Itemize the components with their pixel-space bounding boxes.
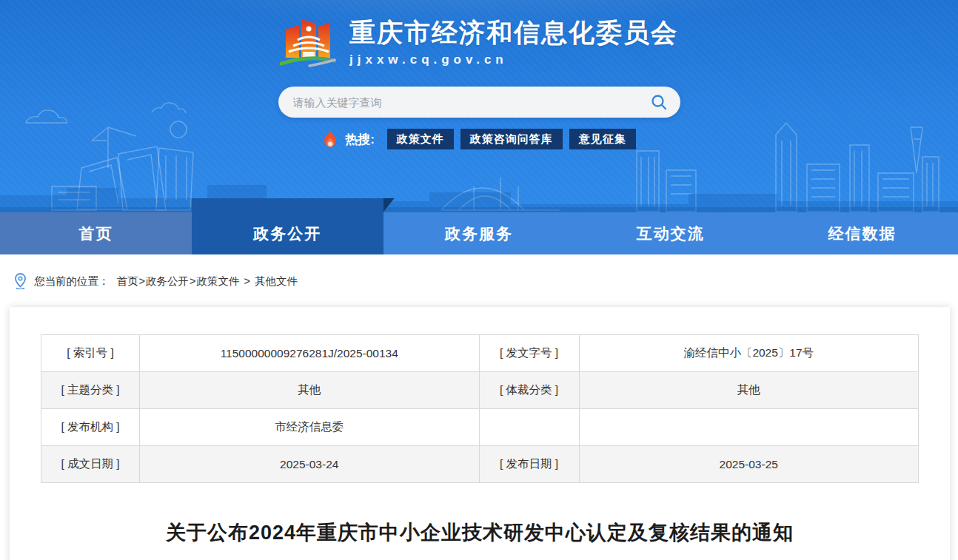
site-logo-icon: [280, 12, 336, 70]
breadcrumb-separator: >: [190, 275, 195, 287]
nav-item-label: 政务公开: [253, 223, 321, 244]
article-title: 关于公布2024年重庆市中小企业技术研发中心认定及复核结果的通知: [10, 519, 950, 546]
table-row: [ 成文日期 ]2025-03-24[ 发布日期 ]2025-03-25: [41, 446, 919, 483]
meta-value-cell: 11500000009276281J/2025-00134: [140, 335, 480, 372]
search-button[interactable]: [649, 92, 669, 112]
hot-search-row: 热搜: 政策文件政策咨询问答库意见征集: [0, 129, 958, 149]
breadcrumb: 您当前的位置： 首页>政务公开>政策文件>其他文件: [0, 254, 958, 289]
meta-label-cell: [ 索引号 ]: [41, 335, 140, 372]
table-row: [ 主题分类 ]其他[ 体裁分类 ]其他: [41, 372, 919, 409]
meta-value-cell: 其他: [140, 372, 480, 409]
nav-item-label: 经信数据: [828, 223, 897, 244]
nav-item-4[interactable]: 互动交流: [575, 212, 766, 254]
meta-value-cell: 渝经信中小〔2025〕17号: [579, 335, 919, 372]
meta-value-cell: 2025-03-24: [140, 446, 480, 483]
meta-value-cell: [579, 409, 919, 446]
nav-item-3[interactable]: 政务服务: [383, 212, 575, 254]
document-card: [ 索引号 ]11500000009276281J/2025-00134[ 发文…: [10, 307, 950, 560]
document-meta-table: [ 索引号 ]11500000009276281J/2025-00134[ 发文…: [41, 334, 919, 483]
flame-icon: [322, 130, 338, 148]
search-input[interactable]: [293, 96, 649, 109]
search-bar[interactable]: [278, 87, 680, 118]
breadcrumb-trail: 首页>政务公开>政策文件>其他文件: [117, 274, 298, 289]
breadcrumb-link-3[interactable]: 政策文件: [196, 275, 239, 287]
nav-item-label: 首页: [78, 223, 113, 244]
breadcrumb-link-1[interactable]: 首页: [117, 275, 138, 287]
breadcrumb-separator: >: [139, 275, 145, 287]
breadcrumb-separator: >: [244, 275, 249, 287]
site-title: 重庆市经济和信息化委员会: [349, 18, 678, 47]
nav-item-5[interactable]: 经信数据: [766, 212, 958, 254]
hot-search-button-1[interactable]: 政策文件: [387, 129, 454, 149]
meta-value-cell: 2025-03-25: [579, 446, 919, 483]
meta-value-cell: 其他: [579, 372, 919, 409]
nav-item-2[interactable]: 政务公开: [192, 212, 383, 254]
site-url: jjxxw.cq.gov.cn: [349, 53, 678, 67]
hot-search-buttons: 政策文件政策咨询问答库意见征集: [387, 129, 636, 149]
meta-label-cell: [ 主题分类 ]: [41, 372, 140, 409]
location-pin-icon: [13, 273, 27, 289]
meta-value-cell: 市经济信息委: [140, 409, 480, 446]
nav-item-label: 政务服务: [445, 223, 513, 244]
meta-label-cell: [ 体裁分类 ]: [479, 372, 579, 409]
main-nav: 首页政务公开政务服务互动交流经信数据: [0, 212, 958, 254]
table-row: [ 发布机构 ]市经济信息委: [41, 409, 919, 446]
meta-label-cell: [479, 409, 579, 446]
meta-label-cell: [ 发布机构 ]: [41, 409, 140, 446]
nav-item-1[interactable]: 首页: [0, 212, 192, 254]
banner: 重庆市经济和信息化委员会 jjxxw.cq.gov.cn: [0, 0, 958, 212]
breadcrumb-link-4[interactable]: 其他文件: [255, 275, 298, 287]
breadcrumb-link-2[interactable]: 政务公开: [146, 275, 189, 287]
hot-search-button-3[interactable]: 意见征集: [569, 129, 636, 149]
search-icon: [650, 93, 668, 111]
meta-label-cell: [ 发文字号 ]: [479, 335, 579, 372]
hot-search-button-2[interactable]: 政策咨询问答库: [460, 129, 563, 149]
meta-label-cell: [ 成文日期 ]: [41, 446, 140, 483]
breadcrumb-label: 您当前的位置：: [34, 274, 110, 289]
site-logo-title[interactable]: 重庆市经济和信息化委员会 jjxxw.cq.gov.cn: [0, 0, 958, 70]
meta-label-cell: [ 发布日期 ]: [479, 446, 579, 483]
nav-item-label: 互动交流: [637, 223, 705, 244]
table-row: [ 索引号 ]11500000009276281J/2025-00134[ 发文…: [41, 335, 919, 372]
hot-search-label: 热搜:: [345, 131, 375, 148]
